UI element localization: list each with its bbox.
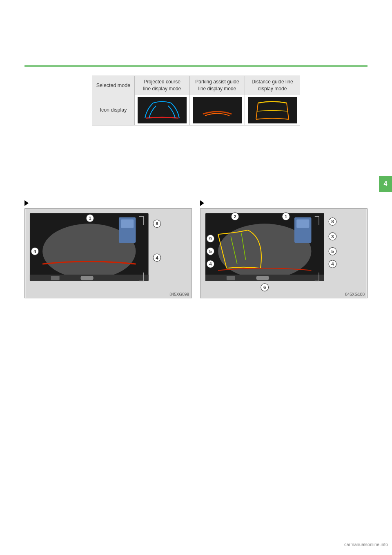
table-col4-header: Distance guide linedisplay mode (245, 76, 300, 95)
left-arrow-icon (24, 200, 29, 206)
table-icon-display-label: Icon display (92, 95, 135, 125)
svg-rect-9 (51, 276, 60, 280)
svg-rect-0 (138, 97, 187, 123)
svg-text:3: 3 (331, 234, 334, 239)
section-tab: 4 (379, 176, 392, 192)
left-diagram-title (24, 200, 192, 206)
distance-guide-icon (248, 97, 297, 123)
watermark: carmanualsonline.info (344, 542, 388, 547)
right-diagram-box: 2 1 8 3 5 (200, 208, 368, 298)
svg-rect-1 (193, 97, 242, 123)
right-diagram-block: 2 1 8 3 5 (200, 200, 368, 298)
svg-rect-23 (296, 219, 309, 228)
right-diagram-svg: 2 1 8 3 5 (200, 209, 367, 298)
diagrams-section: 1 8 4 4 845XG099 (24, 200, 368, 298)
table-icon-col3 (189, 95, 245, 125)
svg-rect-26 (256, 276, 269, 280)
page-container: 4 Selected mode Projected courseline dis… (0, 0, 392, 555)
svg-rect-2 (248, 97, 297, 123)
table-icon-col4 (245, 95, 300, 125)
table-selected-mode-label: Selected mode (92, 76, 135, 95)
svg-text:1: 1 (89, 216, 91, 221)
svg-text:6: 6 (263, 285, 266, 290)
svg-rect-10 (81, 276, 94, 280)
projected-course-icon (138, 97, 187, 123)
mode-comparison-table: Selected mode Projected courseline displ… (92, 76, 300, 125)
right-diagram-code: 845XG100 (345, 292, 365, 297)
svg-text:2: 2 (234, 214, 236, 219)
left-diagram-block: 1 8 4 4 845XG099 (24, 200, 192, 298)
right-arrow-icon (200, 200, 204, 206)
svg-text:5: 5 (331, 249, 334, 254)
table-col3-header: Parking assist guideline display mode (189, 76, 245, 95)
left-diagram-code: 845XG099 (169, 292, 189, 297)
svg-text:4: 4 (209, 262, 212, 266)
table-col2-header: Projected courseline display mode (134, 76, 189, 95)
svg-text:9: 9 (209, 236, 212, 241)
svg-rect-7 (121, 219, 134, 228)
svg-text:4: 4 (156, 255, 158, 260)
left-diagram-svg: 1 8 4 4 (25, 209, 192, 298)
parking-assist-icon (193, 97, 242, 123)
right-diagram-title (200, 200, 368, 206)
svg-text:8: 8 (156, 221, 158, 226)
svg-text:8: 8 (331, 219, 334, 224)
svg-text:1: 1 (285, 214, 287, 219)
left-diagram-box: 1 8 4 4 845XG099 (24, 208, 192, 298)
svg-text:4: 4 (331, 262, 334, 266)
green-accent-bar (24, 65, 368, 67)
svg-text:5: 5 (209, 249, 212, 254)
table-icon-col2 (134, 95, 189, 125)
mode-table-section: Selected mode Projected courseline displ… (92, 76, 300, 125)
svg-text:4: 4 (33, 249, 36, 254)
svg-rect-25 (227, 276, 235, 280)
